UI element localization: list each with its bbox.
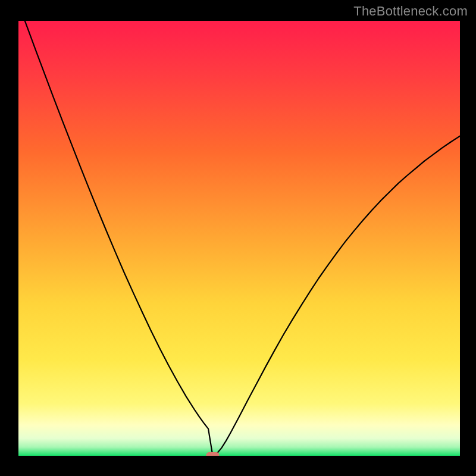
chart-container: TheBottleneck.com [0, 0, 476, 476]
plot-area [18, 21, 460, 456]
watermark-text: TheBottleneck.com [353, 4, 468, 19]
chart-svg [0, 0, 476, 476]
